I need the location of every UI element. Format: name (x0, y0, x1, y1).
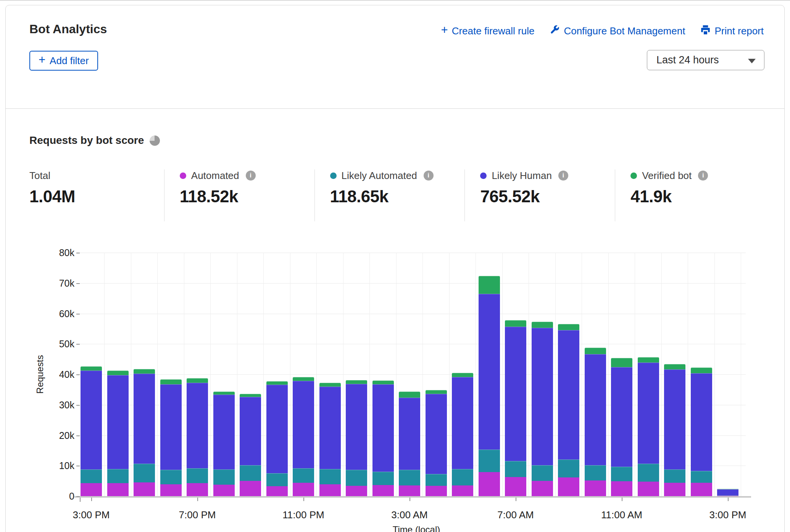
bar-segment-automated[interactable] (479, 472, 500, 496)
bar-segment-likely-automated[interactable] (107, 469, 129, 483)
bar-segment-verified-bot[interactable] (240, 394, 261, 397)
create-firewall-rule-link[interactable]: + Create firewall rule (441, 25, 535, 37)
bar-segment-likely-automated[interactable] (399, 470, 420, 485)
info-icon[interactable]: i (698, 171, 708, 181)
stat-total[interactable]: Total 1.04M (29, 169, 164, 221)
bar-segment-likely-human[interactable] (319, 387, 341, 469)
bar-segment-likely-human[interactable] (426, 394, 447, 474)
bar-segment-likely-human[interactable] (558, 330, 579, 459)
bar-segment-likely-human[interactable] (134, 374, 155, 464)
bar-segment-verified-bot[interactable] (558, 324, 579, 330)
bar-segment-automated[interactable] (134, 482, 155, 496)
bar-segment-verified-bot[interactable] (107, 371, 129, 375)
bar-segment-likely-automated[interactable] (558, 459, 579, 477)
bar-segment-likely-human[interactable] (717, 489, 738, 495)
bar-segment-likely-human[interactable] (479, 294, 500, 450)
bar-segment-likely-human[interactable] (372, 384, 394, 472)
bar-segment-likely-automated[interactable] (717, 495, 738, 496)
bar-segment-verified-bot[interactable] (266, 381, 288, 385)
bar-segment-automated[interactable] (372, 485, 394, 496)
bar-segment-automated[interactable] (293, 483, 314, 496)
bar-segment-likely-automated[interactable] (691, 471, 712, 483)
bar-segment-likely-human[interactable] (532, 328, 553, 465)
time-range-select[interactable]: Last 24 hours (647, 50, 764, 70)
info-icon[interactable]: i (246, 171, 256, 181)
bar-segment-likely-automated[interactable] (452, 469, 473, 485)
bar-segment-automated[interactable] (213, 485, 235, 496)
bar-segment-verified-bot[interactable] (372, 380, 394, 384)
bar-segment-likely-human[interactable] (638, 363, 659, 464)
bar-segment-automated[interactable] (426, 486, 447, 496)
bar-segment-automated[interactable] (240, 481, 261, 496)
bar-segment-likely-automated[interactable] (81, 469, 102, 483)
bar-segment-automated[interactable] (187, 483, 208, 496)
bar-segment-automated[interactable] (691, 483, 712, 496)
bar-segment-likely-human[interactable] (399, 398, 420, 470)
bar-segment-likely-automated[interactable] (266, 473, 288, 486)
add-filter-button[interactable]: + Add filter (29, 51, 98, 71)
bar-segment-automated[interactable] (505, 477, 526, 496)
bar-segment-verified-bot[interactable] (213, 392, 235, 395)
bar-segment-verified-bot[interactable] (160, 379, 182, 385)
bar-segment-verified-bot[interactable] (664, 364, 685, 369)
bar-segment-likely-automated[interactable] (479, 450, 500, 472)
bar-segment-automated[interactable] (399, 485, 420, 496)
bar-segment-verified-bot[interactable] (187, 378, 208, 383)
bar-segment-verified-bot[interactable] (319, 383, 341, 387)
bar-segment-likely-automated[interactable] (505, 461, 526, 477)
bar-segment-likely-automated[interactable] (372, 472, 394, 485)
configure-bot-management-link[interactable]: Configure Bot Management (550, 24, 685, 37)
bar-segment-verified-bot[interactable] (452, 373, 473, 377)
bar-segment-automated[interactable] (611, 481, 632, 496)
bar-segment-verified-bot[interactable] (346, 380, 367, 384)
bar-segment-likely-automated[interactable] (213, 469, 235, 485)
bar-segment-likely-human[interactable] (81, 371, 102, 469)
bar-segment-likely-automated[interactable] (426, 474, 447, 486)
bar-segment-automated[interactable] (532, 481, 553, 496)
bar-segment-likely-automated[interactable] (240, 465, 261, 481)
bar-segment-likely-automated[interactable] (293, 468, 314, 483)
bar-segment-likely-human[interactable] (585, 354, 606, 465)
bar-segment-automated[interactable] (452, 485, 473, 496)
bar-segment-likely-human[interactable] (213, 395, 235, 469)
stat-verified-bot[interactable]: Verified bot i 41.9k (615, 169, 765, 221)
bar-segment-likely-human[interactable] (691, 373, 712, 471)
bar-segment-verified-bot[interactable] (426, 390, 447, 394)
bar-segment-automated[interactable] (638, 482, 659, 496)
bar-segment-automated[interactable] (107, 483, 129, 496)
bar-segment-automated[interactable] (81, 483, 102, 496)
bar-segment-likely-automated[interactable] (664, 469, 685, 483)
bar-segment-verified-bot[interactable] (532, 322, 553, 328)
bar-segment-automated[interactable] (346, 486, 367, 496)
bar-segment-likely-automated[interactable] (638, 464, 659, 482)
bar-segment-automated[interactable] (266, 486, 288, 496)
bar-segment-likely-automated[interactable] (160, 470, 182, 484)
bar-segment-verified-bot[interactable] (505, 320, 526, 327)
bar-segment-likely-human[interactable] (266, 385, 288, 473)
chart-plot[interactable] (80, 253, 746, 496)
bar-segment-verified-bot[interactable] (399, 392, 420, 397)
info-icon[interactable]: i (424, 171, 434, 181)
bar-segment-likely-automated[interactable] (319, 469, 341, 484)
bar-segment-likely-human[interactable] (187, 383, 208, 468)
bar-segment-verified-bot[interactable] (691, 368, 712, 373)
bar-segment-likely-human[interactable] (160, 384, 182, 470)
bar-segment-verified-bot[interactable] (638, 357, 659, 363)
bar-segment-likely-human[interactable] (452, 377, 473, 469)
bar-segment-likely-human[interactable] (611, 367, 632, 467)
bar-segment-likely-automated[interactable] (532, 465, 553, 481)
bar-segment-likely-human[interactable] (664, 369, 685, 469)
stat-likely-automated[interactable]: Likely Automated i 118.65k (314, 169, 465, 221)
bar-segment-automated[interactable] (160, 484, 182, 496)
stat-automated[interactable]: Automated i 118.52k (164, 169, 314, 221)
stat-likely-human[interactable]: Likely Human i 765.52k (464, 169, 615, 221)
bar-segment-likely-automated[interactable] (346, 470, 367, 486)
bar-segment-verified-bot[interactable] (611, 358, 632, 367)
bar-segment-automated[interactable] (585, 480, 606, 496)
bar-segment-likely-automated[interactable] (187, 468, 208, 483)
bar-segment-likely-human[interactable] (346, 384, 367, 470)
bar-segment-likely-human[interactable] (107, 375, 129, 469)
bar-segment-likely-automated[interactable] (585, 465, 606, 480)
bar-segment-verified-bot[interactable] (479, 276, 500, 293)
bar-segment-likely-human[interactable] (240, 397, 261, 465)
